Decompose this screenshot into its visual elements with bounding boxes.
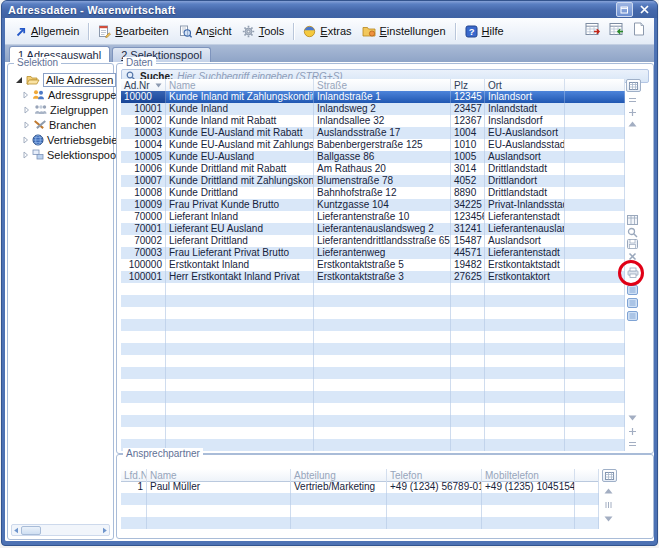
scrollbar-thumb[interactable] [21,526,41,535]
table-row-empty[interactable] [121,343,625,355]
table-row[interactable]: 70002Lieferant DrittlandLieferantendritt… [121,235,625,247]
tree-expanded-icon[interactable] [15,76,23,84]
cell: 123456 [451,211,485,223]
restore-button[interactable] [616,2,633,17]
column-header-name[interactable]: Name [147,469,291,481]
table-row-empty[interactable] [121,493,599,505]
table-row[interactable]: 10000Kunde Inland mit Zahlungskondition … [121,91,625,103]
table-row-empty[interactable] [121,505,599,517]
tree-item-branchen[interactable]: Branchen [10,117,111,132]
column-header-telefon[interactable]: Telefon [387,469,482,481]
table-row[interactable]: 10006Kunde Drittland mit RabattAm Rathau… [121,163,625,175]
cell [565,151,625,163]
scroll-up-button[interactable] [602,485,615,497]
cell: Am Rathaus 20 [314,163,451,175]
tree-item-vertriebsgebiete[interactable]: Vertriebsgebiete [10,132,111,147]
scroll-right-icon[interactable] [102,527,108,534]
table-green-arrow-button[interactable] [609,22,626,41]
cell: 34225 [451,199,485,211]
scroll-down-button[interactable] [602,513,615,525]
table-row[interactable]: 10003Kunde EU-Ausland mit RabattAuslands… [121,127,625,139]
table-row-empty[interactable] [121,319,625,331]
column-header-name[interactable]: Name [166,79,314,91]
table-row[interactable]: 10002Kunde Inland mit RabattInlandsallee… [121,115,625,127]
tree-item-selektionspools[interactable]: Selektionspools [10,147,111,162]
tree-item-alle-adressen[interactable]: Alle Adressen [10,72,111,87]
column-header-ort[interactable]: Ort [485,79,565,91]
table-row-empty[interactable] [121,283,625,295]
tree-collapsed-icon[interactable] [23,136,29,144]
plus-button[interactable] [626,106,639,118]
menu-item-bearbeiten[interactable]: Bearbeiten [93,22,173,41]
cell [565,427,625,439]
table-row-empty[interactable] [121,427,625,439]
table-row[interactable]: 10007Kunde Drittland mit Zahlungskonditi… [121,175,625,187]
table-row[interactable]: 100000Erstkontakt InlandErstkontaktstraß… [121,259,625,271]
table-row[interactable]: 10005Kunde EU-AuslandBallgasse 861005Aus… [121,151,625,163]
scroll-bottom-button[interactable] [626,412,639,424]
table-row[interactable]: 10009Frau Privat Kunde BruttoKuntzgasse … [121,199,625,211]
column-header-plz[interactable]: Plz [451,79,485,91]
menu-item-hilfe[interactable]: ?Hilfe [460,22,509,41]
tree-collapsed-icon[interactable] [23,151,29,159]
arrow-ne-icon [15,26,27,37]
cell: 10002 [121,115,166,127]
table-row-empty[interactable] [121,379,625,391]
table-row[interactable]: 70001Lieferant EU AuslandLieferantenausl… [121,223,625,235]
table-row[interactable]: 100001Herr Erstkontakt Inland PrivatErst… [121,271,625,283]
grid-corner-button[interactable] [626,79,641,92]
grid-corner-button[interactable] [602,469,617,482]
blank-page-button[interactable] [633,22,645,40]
table-row[interactable]: 1Paul MüllerVertrieb/Marketing+49 (1234)… [121,481,599,493]
tree-collapsed-icon[interactable] [23,106,31,114]
tree-horizontal-scrollbar[interactable] [11,524,110,536]
column-header-empty[interactable] [575,469,599,481]
collapse-strip-button[interactable] [626,94,639,106]
table-row-empty[interactable] [121,295,625,307]
table-row-empty[interactable] [121,391,625,403]
column-header-abteilung[interactable]: Abteilung [291,469,387,481]
menu-item-allgemein[interactable]: Allgemein [10,22,84,40]
scroll-top-button[interactable] [626,118,639,130]
cell: 10005 [121,151,166,163]
column-header-ad-nr[interactable]: Ad.Nr [121,79,166,91]
table-row[interactable]: 10001Kunde InlandInlandsweg 223457Inland… [121,103,625,115]
menu-item-ansicht[interactable]: Ansicht [174,22,237,41]
list-view-button[interactable] [626,310,639,322]
grip-button[interactable] [602,499,615,511]
tree-item-zielgruppen[interactable]: Zielgruppen [10,102,111,117]
table-row-empty[interactable] [121,403,625,415]
column-header-lfd-nr-[interactable]: Lfd.Nr. [121,469,147,481]
list-view-button[interactable] [626,297,639,309]
find-button[interactable] [626,226,639,238]
table-row-empty[interactable] [121,307,625,319]
column-chooser-button[interactable] [626,214,639,226]
tree-collapsed-icon[interactable] [23,121,31,129]
menu-item-einstellungen[interactable]: Einstellungen [357,22,451,40]
table-row[interactable]: 10008Kunde DrittlandBahnhofstraße 128890… [121,187,625,199]
collapse-strip-button[interactable] [626,438,639,450]
table-row-empty[interactable] [121,517,599,529]
column-header-straße[interactable]: Straße [314,79,451,91]
table-row[interactable]: 70000Lieferant InlandLieferantenstraße 1… [121,211,625,223]
table-row-empty[interactable] [121,415,625,427]
menu-item-extras[interactable]: Extras [298,22,356,41]
column-header-mobiltelefon[interactable]: Mobiltelefon [482,469,575,481]
save-layout-button[interactable] [626,238,639,250]
plus-button[interactable] [626,425,639,437]
table-row-empty[interactable] [121,331,625,343]
column-header-empty[interactable] [565,79,625,91]
cell [485,355,565,367]
table-row[interactable]: 10004Kunde EU-Ausland mit Zahlungskondti… [121,139,625,151]
table-row[interactable]: 70003Frau Lieferant Privat BruttoLiefera… [121,247,625,259]
cell [451,307,485,319]
scroll-left-icon[interactable] [13,527,19,534]
tree-item-adressgruppen[interactable]: Adressgruppen [10,87,111,102]
menu-item-tools[interactable]: Tools [237,22,290,41]
table-row-empty[interactable] [121,355,625,367]
tree-collapsed-icon[interactable] [23,91,29,99]
close-button[interactable] [637,3,651,16]
tree-item-label: Branchen [49,119,96,131]
table-red-arrow-button[interactable] [585,22,602,41]
table-row-empty[interactable] [121,367,625,379]
